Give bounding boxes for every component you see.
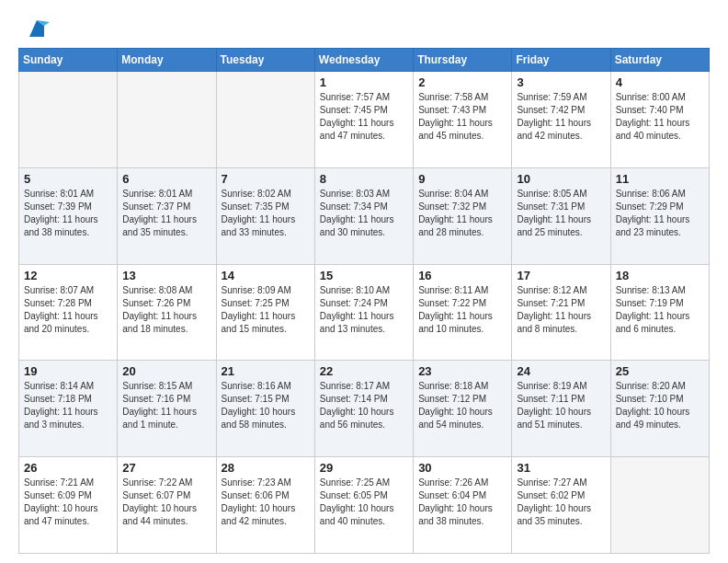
day-number: 22 [320,364,408,378]
day-info: Sunrise: 8:01 AM Sunset: 7:39 PM Dayligh… [24,188,112,239]
day-cell: 19Sunrise: 8:14 AM Sunset: 7:18 PM Dayli… [19,361,118,457]
day-info: Sunrise: 8:07 AM Sunset: 7:28 PM Dayligh… [24,284,112,336]
day-info: Sunrise: 7:26 AM Sunset: 6:04 PM Dayligh… [418,477,506,528]
weekday-thursday: Thursday [414,49,512,72]
day-number: 7 [222,172,310,186]
day-cell: 21Sunrise: 8:16 AM Sunset: 7:15 PM Dayli… [216,361,314,457]
day-info: Sunrise: 8:08 AM Sunset: 7:26 PM Dayligh… [122,284,210,336]
day-cell: 4Sunrise: 8:00 AM Sunset: 7:40 PM Daylig… [610,72,709,168]
day-cell: 9Sunrise: 8:04 AM Sunset: 7:32 PM Daylig… [414,167,512,264]
day-number: 12 [24,269,112,282]
day-info: Sunrise: 8:03 AM Sunset: 7:34 PM Dayligh… [320,188,408,239]
week-row-3: 12Sunrise: 8:07 AM Sunset: 7:28 PM Dayli… [19,264,710,361]
weekday-monday: Monday [118,49,216,72]
day-number: 14 [222,269,310,282]
day-number: 1 [320,75,408,89]
day-info: Sunrise: 8:00 AM Sunset: 7:40 PM Dayligh… [616,91,704,143]
day-cell: 28Sunrise: 7:23 AM Sunset: 6:06 PM Dayli… [216,457,314,554]
day-info: Sunrise: 8:20 AM Sunset: 7:10 PM Dayligh… [616,380,704,431]
day-number: 19 [24,364,112,378]
day-info: Sunrise: 8:01 AM Sunset: 7:37 PM Dayligh… [122,188,210,239]
day-info: Sunrise: 8:18 AM Sunset: 7:12 PM Dayligh… [418,380,506,431]
day-cell [19,72,118,168]
day-info: Sunrise: 7:59 AM Sunset: 7:42 PM Dayligh… [517,91,605,143]
day-number: 10 [517,172,605,186]
day-number: 18 [616,269,704,282]
day-cell: 7Sunrise: 8:02 AM Sunset: 7:35 PM Daylig… [216,167,314,264]
day-cell: 10Sunrise: 8:05 AM Sunset: 7:31 PM Dayli… [512,167,610,264]
day-number: 2 [418,75,506,89]
day-cell: 14Sunrise: 8:09 AM Sunset: 7:25 PM Dayli… [216,264,314,361]
day-info: Sunrise: 7:58 AM Sunset: 7:43 PM Dayligh… [418,91,506,143]
day-number: 25 [616,364,704,378]
day-info: Sunrise: 8:11 AM Sunset: 7:22 PM Dayligh… [418,284,506,336]
day-cell: 25Sunrise: 8:20 AM Sunset: 7:10 PM Dayli… [610,361,709,457]
day-info: Sunrise: 8:15 AM Sunset: 7:16 PM Dayligh… [122,380,210,431]
day-number: 16 [418,269,506,282]
weekday-friday: Friday [512,49,610,72]
day-cell: 5Sunrise: 8:01 AM Sunset: 7:39 PM Daylig… [19,167,118,264]
day-info: Sunrise: 8:12 AM Sunset: 7:21 PM Dayligh… [517,284,605,336]
day-info: Sunrise: 7:27 AM Sunset: 6:02 PM Dayligh… [517,477,605,528]
day-number: 21 [222,364,310,378]
day-number: 4 [616,75,704,89]
day-info: Sunrise: 8:14 AM Sunset: 7:18 PM Dayligh… [24,380,112,431]
day-cell: 24Sunrise: 8:19 AM Sunset: 7:11 PM Dayli… [512,361,610,457]
day-info: Sunrise: 8:02 AM Sunset: 7:35 PM Dayligh… [222,188,310,239]
week-row-4: 19Sunrise: 8:14 AM Sunset: 7:18 PM Dayli… [19,361,710,457]
day-cell: 13Sunrise: 8:08 AM Sunset: 7:26 PM Dayli… [118,264,216,361]
day-cell: 6Sunrise: 8:01 AM Sunset: 7:37 PM Daylig… [118,167,216,264]
day-cell: 12Sunrise: 8:07 AM Sunset: 7:28 PM Dayli… [19,264,118,361]
day-info: Sunrise: 8:17 AM Sunset: 7:14 PM Dayligh… [320,380,408,431]
day-info: Sunrise: 8:10 AM Sunset: 7:24 PM Dayligh… [320,284,408,336]
day-number: 9 [418,172,506,186]
day-number: 28 [222,461,310,475]
day-info: Sunrise: 7:22 AM Sunset: 6:07 PM Dayligh… [122,477,210,528]
day-number: 27 [122,461,210,475]
weekday-tuesday: Tuesday [216,49,314,72]
weekday-wednesday: Wednesday [314,49,413,72]
day-cell: 8Sunrise: 8:03 AM Sunset: 7:34 PM Daylig… [314,167,413,264]
day-number: 6 [122,172,210,186]
day-info: Sunrise: 8:16 AM Sunset: 7:15 PM Dayligh… [222,380,310,431]
day-number: 31 [517,461,605,475]
day-info: Sunrise: 8:06 AM Sunset: 7:29 PM Dayligh… [616,188,704,239]
day-cell: 3Sunrise: 7:59 AM Sunset: 7:42 PM Daylig… [512,72,610,168]
page: SundayMondayTuesdayWednesdayThursdayFrid… [0,0,728,563]
header [18,17,710,39]
day-cell: 26Sunrise: 7:21 AM Sunset: 6:09 PM Dayli… [19,457,118,554]
day-number: 24 [517,364,605,378]
day-number: 3 [517,75,605,89]
day-number: 29 [320,461,408,475]
day-cell: 27Sunrise: 7:22 AM Sunset: 6:07 PM Dayli… [118,457,216,554]
day-cell: 23Sunrise: 8:18 AM Sunset: 7:12 PM Dayli… [414,361,512,457]
day-info: Sunrise: 8:04 AM Sunset: 7:32 PM Dayligh… [418,188,506,239]
day-cell: 16Sunrise: 8:11 AM Sunset: 7:22 PM Dayli… [414,264,512,361]
day-number: 13 [122,269,210,282]
weekday-saturday: Saturday [610,49,709,72]
week-row-1: 1Sunrise: 7:57 AM Sunset: 7:45 PM Daylig… [19,72,710,168]
logo [18,17,50,39]
day-info: Sunrise: 7:57 AM Sunset: 7:45 PM Dayligh… [320,91,408,143]
day-cell: 17Sunrise: 8:12 AM Sunset: 7:21 PM Dayli… [512,264,610,361]
day-info: Sunrise: 7:21 AM Sunset: 6:09 PM Dayligh… [24,477,112,528]
day-number: 17 [517,269,605,282]
day-info: Sunrise: 7:25 AM Sunset: 6:05 PM Dayligh… [320,477,408,528]
day-info: Sunrise: 7:23 AM Sunset: 6:06 PM Dayligh… [222,477,310,528]
calendar-table: SundayMondayTuesdayWednesdayThursdayFrid… [18,48,710,554]
day-number: 30 [418,461,506,475]
day-number: 11 [616,172,704,186]
day-number: 20 [122,364,210,378]
day-cell: 20Sunrise: 8:15 AM Sunset: 7:16 PM Dayli… [118,361,216,457]
week-row-5: 26Sunrise: 7:21 AM Sunset: 6:09 PM Dayli… [19,457,710,554]
day-cell: 30Sunrise: 7:26 AM Sunset: 6:04 PM Dayli… [414,457,512,554]
day-cell: 1Sunrise: 7:57 AM Sunset: 7:45 PM Daylig… [314,72,413,168]
day-info: Sunrise: 8:09 AM Sunset: 7:25 PM Dayligh… [222,284,310,336]
day-cell [610,457,709,554]
day-number: 8 [320,172,408,186]
day-cell [216,72,314,168]
day-cell: 18Sunrise: 8:13 AM Sunset: 7:19 PM Dayli… [610,264,709,361]
week-row-2: 5Sunrise: 8:01 AM Sunset: 7:39 PM Daylig… [19,167,710,264]
day-number: 23 [418,364,506,378]
day-cell [118,72,216,168]
